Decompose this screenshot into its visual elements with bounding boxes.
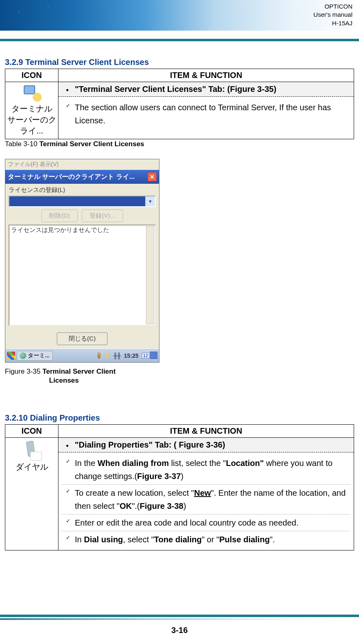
caption-bold-l1: Terminal Server Client bbox=[43, 368, 116, 375]
header-line3: H-15AJ bbox=[314, 19, 352, 27]
caption-prefix: Figure 3-35 bbox=[5, 368, 43, 375]
task-label: ターミ... bbox=[28, 352, 50, 359]
close-button[interactable]: 閉じる(C) bbox=[57, 332, 108, 345]
chevron-down-icon[interactable]: ▼ bbox=[145, 196, 155, 206]
taskbar-app-button[interactable]: ターミ... bbox=[17, 351, 53, 361]
clock: 15:25 bbox=[122, 352, 140, 359]
table-terminal-licenses: ICON ITEM & FUNCTION ターミナル サーバーのクライ... "… bbox=[5, 69, 354, 139]
func-item: The section allow users can connect to T… bbox=[62, 99, 350, 129]
license-reg-label: ライセンスの登録(L) bbox=[9, 186, 156, 194]
caption-prefix: Table 3-10 bbox=[5, 140, 39, 148]
th-item: ITEM & FUNCTION bbox=[58, 425, 354, 438]
func-item: In Dial using, select "Tone dialing" or … bbox=[62, 531, 350, 548]
func-item: Enter or edit the area code and local co… bbox=[62, 514, 350, 531]
menubar: ファイル(F) 表示(V) bbox=[5, 159, 159, 170]
header-line2: User's manual bbox=[314, 11, 352, 19]
header-text: OPTICON User's manual H-15AJ bbox=[314, 2, 352, 27]
header-line1: OPTICON bbox=[314, 2, 352, 11]
th-icon: ICON bbox=[5, 425, 58, 438]
icon-label: ターミナル サーバーのクライ... bbox=[7, 103, 56, 136]
delete-button[interactable]: 削除(D) bbox=[41, 209, 78, 222]
bolt-icon: ⚡ bbox=[103, 352, 112, 359]
caption-bold-l2: Licenses bbox=[49, 377, 79, 384]
license-listbox[interactable]: ライセンスは見つかりませんでした bbox=[9, 225, 156, 326]
table-caption-310: Table 3-10 Terminal Server Client Licens… bbox=[5, 140, 354, 148]
titlebar-text: ターミナル サーバーのクライアント ライ... bbox=[8, 173, 135, 181]
func-item: To create a new location, select "New". … bbox=[62, 484, 350, 514]
section-heading-3210: 3.2.10 Dialing Properties bbox=[5, 413, 354, 423]
table-dialing-properties: ICON ITEM & FUNCTION ダイヤル "Dialing Prope… bbox=[5, 424, 354, 550]
start-icon[interactable] bbox=[7, 352, 15, 360]
th-item: ITEM & FUNCTION bbox=[58, 69, 354, 82]
ime-indicator[interactable]: 12 bbox=[142, 353, 149, 359]
tab-title: "Dialing Properties" Tab: ( Figure 3-36) bbox=[58, 438, 354, 452]
func-item: In the When dialing from list, select th… bbox=[62, 455, 350, 484]
icon-cell: ダイヤル bbox=[5, 438, 58, 550]
show-desktop-icon[interactable] bbox=[151, 352, 157, 359]
globe-icon bbox=[20, 352, 26, 359]
func-cell: "Terminal Server Client Licenses" Tab: (… bbox=[58, 82, 354, 139]
taskbar: ターミ... ⚡ ╫╫ 15:25 12 bbox=[5, 348, 159, 362]
power-icon[interactable] bbox=[96, 352, 102, 359]
th-icon: ICON bbox=[5, 69, 58, 82]
icon-label: ダイヤル bbox=[7, 461, 56, 472]
header-band: OPTICON User's manual H-15AJ bbox=[0, 0, 359, 31]
register-button[interactable]: 登録(V)... bbox=[82, 209, 123, 222]
figure-335-screenshot: ファイル(F) 表示(V) ターミナル サーバーのクライアント ライ... ✕ … bbox=[5, 159, 159, 363]
terminal-server-icon bbox=[21, 85, 43, 103]
caption-bold: Terminal Server Client Licenses bbox=[39, 140, 144, 148]
list-text: ライセンスは見つかりませんでした bbox=[11, 226, 109, 233]
titlebar: ターミナル サーバーのクライアント ライ... ✕ bbox=[5, 170, 159, 184]
figure-caption-335-l2: Licenses bbox=[5, 377, 159, 385]
tab-title: "Terminal Server Client Licenses" Tab: (… bbox=[58, 82, 354, 97]
license-combo[interactable]: ▼ bbox=[9, 196, 156, 207]
dialing-icon bbox=[21, 440, 43, 461]
footer-band bbox=[0, 615, 359, 621]
close-icon[interactable]: ✕ bbox=[148, 172, 157, 181]
icon-cell: ターミナル サーバーのクライ... bbox=[5, 82, 58, 139]
page-number: 3-16 bbox=[0, 626, 359, 635]
section-heading-329: 3.2.9 Terminal Server Client Licenses bbox=[5, 58, 354, 67]
figure-caption-335: Figure 3-35 Terminal Server Client bbox=[5, 368, 159, 376]
func-cell: "Dialing Properties" Tab: ( Figure 3-36)… bbox=[58, 438, 354, 550]
signal-icon: ╫╫ bbox=[113, 352, 121, 359]
